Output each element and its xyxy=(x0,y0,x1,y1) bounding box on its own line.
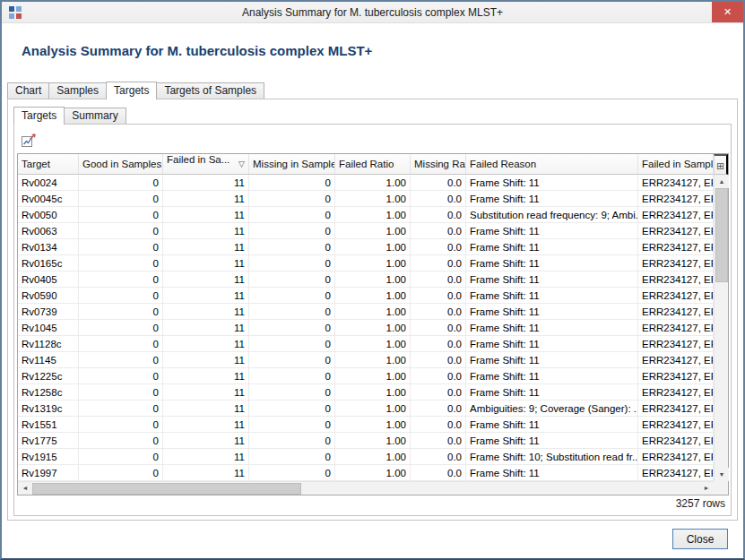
table-row[interactable]: Rv005001101.000.0Substitution read frequ… xyxy=(18,207,714,223)
cell-missing_ratio: 0.0 xyxy=(411,223,466,239)
cell-failed_reason: Frame Shift: 11 xyxy=(466,320,638,336)
cell-failed_in_samples: 11 xyxy=(163,207,249,223)
cell-target: Rv0024 xyxy=(18,175,79,191)
cell-failed_reason: Frame Shift: 11 xyxy=(466,175,638,191)
export-image-button[interactable] xyxy=(20,132,38,150)
cell-missing_ratio: 0.0 xyxy=(411,175,466,191)
scroll-right-button[interactable]: ► xyxy=(699,482,714,495)
cell-target: Rv1225c xyxy=(18,368,79,384)
table-row[interactable]: Rv1225c01101.000.0Frame Shift: 11ERR2341… xyxy=(18,368,714,384)
cell-failed_in_sample: ERR234127, ER. xyxy=(638,175,714,191)
cell-missing_ratio: 0.0 xyxy=(411,368,466,384)
table-grid-area: TargetGood in Samples▽Failed in Sa...Mis… xyxy=(18,154,714,481)
cell-failed_in_samples: 11 xyxy=(163,417,249,433)
close-icon: ✕ xyxy=(723,6,732,17)
cell-failed_reason: Frame Shift: 11 xyxy=(466,433,638,449)
cell-target: Rv1045 xyxy=(18,320,79,336)
column-header-failed_in_sample[interactable]: Failed in Sample xyxy=(638,154,714,175)
tab-targets[interactable]: Targets xyxy=(106,82,157,99)
table-row[interactable]: Rv191501101.000.0Frame Shift: 10; Substi… xyxy=(18,449,714,465)
window-close-button[interactable]: ✕ xyxy=(712,2,743,22)
cell-missing_ratio: 0.0 xyxy=(411,417,466,433)
cell-target: Rv0134 xyxy=(18,239,79,255)
cell-missing_in_samples: 0 xyxy=(249,175,335,191)
row-count: 3257 rows xyxy=(676,497,725,510)
vertical-scrollbar[interactable]: ▲ ▼ xyxy=(714,175,728,481)
close-button[interactable]: Close xyxy=(672,529,728,549)
cell-target: Rv1128c xyxy=(18,336,79,352)
scroll-up-button[interactable]: ▲ xyxy=(715,175,729,188)
cell-failed_ratio: 1.00 xyxy=(335,191,411,207)
table-row[interactable]: Rv006301101.000.0Frame Shift: 11ERR23412… xyxy=(18,223,714,239)
cell-failed_in_samples: 11 xyxy=(163,401,249,417)
table-row[interactable]: Rv1319c01101.000.0Ambiguities: 9; Covera… xyxy=(18,401,714,417)
table-row[interactable]: Rv073901101.000.0Frame Shift: 11ERR23412… xyxy=(18,304,714,320)
cell-failed_ratio: 1.00 xyxy=(335,288,411,304)
cell-missing_ratio: 0.0 xyxy=(411,352,466,368)
table-row[interactable]: Rv002401101.000.0Frame Shift: 11ERR23412… xyxy=(18,175,714,191)
cell-missing_ratio: 0.0 xyxy=(411,288,466,304)
cell-missing_in_samples: 0 xyxy=(249,320,335,336)
cell-failed_in_sample: ERR234127, ER. xyxy=(638,191,714,207)
cell-missing_ratio: 0.0 xyxy=(411,336,466,352)
column-header-missing_ratio[interactable]: Missing Ratio xyxy=(411,154,466,175)
vertical-scrollbar-thumb[interactable] xyxy=(715,188,728,282)
cell-failed_in_sample: ERR234127, ER. xyxy=(638,320,714,336)
cell-target: Rv1915 xyxy=(18,449,79,465)
tab-targets-inner[interactable]: Targets xyxy=(13,107,65,125)
scroll-right-icon: ► xyxy=(699,482,714,495)
tab-summary[interactable]: Summary xyxy=(64,108,126,124)
column-header-failed_ratio[interactable]: Failed Ratio xyxy=(335,154,411,175)
cell-failed_in_samples: 11 xyxy=(163,449,249,465)
table-row[interactable]: Rv0045c01101.000.0Frame Shift: 11ERR2341… xyxy=(18,191,714,207)
cell-missing_in_samples: 0 xyxy=(249,352,335,368)
column-header-target[interactable]: Target xyxy=(18,154,79,175)
cell-missing_ratio: 0.0 xyxy=(411,384,466,401)
titlebar: Analysis Summary for M. tuberculosis com… xyxy=(2,2,743,23)
cell-failed_ratio: 1.00 xyxy=(335,304,411,320)
cell-missing_ratio: 0.0 xyxy=(411,191,466,207)
table-row[interactable]: Rv104501101.000.0Frame Shift: 11ERR23412… xyxy=(18,320,714,336)
cell-failed_in_sample: ERR234127, ER. xyxy=(638,304,714,320)
table-row[interactable]: Rv0165c01101.000.0Frame Shift: 11ERR2341… xyxy=(18,255,714,271)
column-header-good_in_samples[interactable]: Good in Samples xyxy=(79,154,163,175)
table-row[interactable]: Rv114501101.000.0Frame Shift: 11ERR23412… xyxy=(18,352,714,368)
table-row[interactable]: Rv177501101.000.0Frame Shift: 11ERR23412… xyxy=(18,433,714,449)
table-row[interactable]: Rv199701101.000.0Frame Shift: 11ERR23412… xyxy=(18,465,714,481)
cell-failed_reason: Frame Shift: 11 xyxy=(466,304,638,320)
cell-target: Rv1551 xyxy=(18,417,79,433)
table-row[interactable]: Rv1258c01101.000.0Frame Shift: 11ERR2341… xyxy=(18,384,714,401)
horizontal-scrollbar-thumb[interactable] xyxy=(32,483,301,495)
cell-failed_ratio: 1.00 xyxy=(335,175,411,191)
tab-chart[interactable]: Chart xyxy=(7,82,49,99)
table-row[interactable]: Rv013401101.000.0Frame Shift: 11ERR23412… xyxy=(18,239,714,255)
tab-targets-of-samples[interactable]: Targets of Samples xyxy=(156,82,264,99)
scroll-down-button[interactable]: ▼ xyxy=(715,468,729,481)
column-header-failed_in_samples[interactable]: ▽Failed in Sa... xyxy=(163,154,249,175)
table-row[interactable]: Rv1128c01101.000.0Frame Shift: 11ERR2341… xyxy=(18,336,714,352)
column-header-failed_reason[interactable]: Failed Reason xyxy=(466,154,638,175)
targets-table: TargetGood in Samples▽Failed in Sa...Mis… xyxy=(17,153,729,495)
scroll-down-icon: ▼ xyxy=(715,468,729,481)
scroll-up-icon: ▲ xyxy=(715,175,729,188)
table-header-row: TargetGood in Samples▽Failed in Sa...Mis… xyxy=(18,154,714,175)
cell-good_in_samples: 0 xyxy=(79,401,163,417)
table-row[interactable]: Rv059001101.000.0Frame Shift: 11ERR23412… xyxy=(18,288,714,304)
scroll-left-button[interactable]: ◄ xyxy=(18,482,32,495)
page-title: Analysis Summary for M. tuberculosis com… xyxy=(22,43,372,58)
column-header-label: Failed Ratio xyxy=(339,159,394,169)
table-body: Rv002401101.000.0Frame Shift: 11ERR23412… xyxy=(18,175,714,481)
table-row[interactable]: Rv155101101.000.0Frame Shift: 11ERR23412… xyxy=(18,417,714,433)
cell-missing_in_samples: 0 xyxy=(249,207,335,223)
table-row[interactable]: Rv040501101.000.0Frame Shift: 11ERR23412… xyxy=(18,271,714,288)
column-header-missing_in_samples[interactable]: Missing in Samples xyxy=(249,154,335,175)
cell-failed_in_sample: ERR234127, ER. xyxy=(638,352,714,368)
cell-failed_in_sample: ERR234127, ER. xyxy=(638,368,714,384)
cell-failed_in_samples: 11 xyxy=(163,288,249,304)
tab-samples[interactable]: Samples xyxy=(48,82,107,99)
column-chooser-button[interactable]: ⊞ xyxy=(714,154,728,175)
cell-good_in_samples: 0 xyxy=(79,271,163,288)
horizontal-scrollbar[interactable]: ◄ ► xyxy=(18,481,714,495)
cell-good_in_samples: 0 xyxy=(79,465,163,481)
cell-target: Rv0405 xyxy=(18,271,79,288)
